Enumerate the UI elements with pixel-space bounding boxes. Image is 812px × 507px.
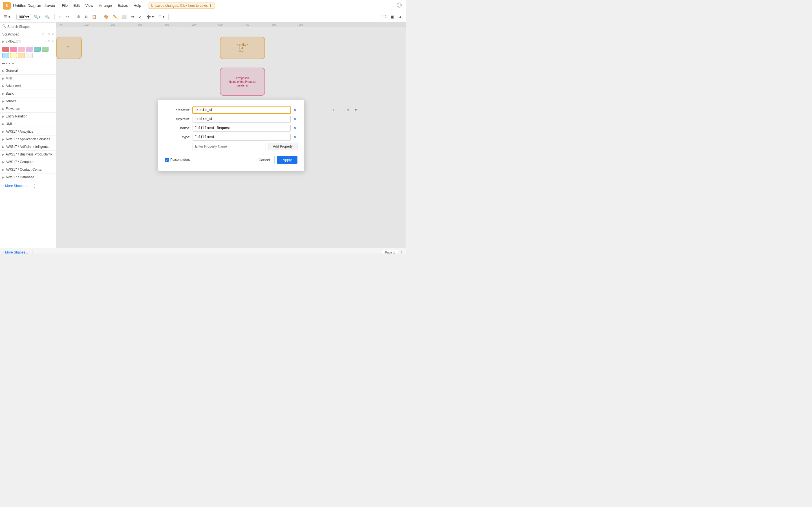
scratchpad-edit-icon[interactable]: ✎ (48, 33, 51, 36)
line-style-solid[interactable]: ─ (2, 61, 5, 66)
section-arrows[interactable]: ▶Arrows (0, 98, 56, 105)
line-style-none[interactable]: — (16, 61, 20, 66)
section-entity-relation[interactable]: ▶Entity Relation (0, 113, 56, 120)
property-row-type: type: ✕ (165, 134, 297, 140)
shape-btn[interactable]: ⬜ (120, 14, 128, 20)
section-aws17-app[interactable]: ▶AWS17 / Application Services (0, 135, 56, 143)
toolbar: ☰ ▾ 100% ▾ 🔍+ 🔍- ↩ ↪ 🗑 ⧉ 📋 🎨 ✏️ ⬜ ➡ ↙ ➕ … (0, 11, 406, 22)
section-aws17-database[interactable]: ▶AWS17 / Database (0, 173, 56, 181)
swatch-orange[interactable] (18, 53, 25, 58)
property-input-type[interactable] (193, 134, 291, 140)
titlebar: 8 Untitled Diagram.drawio File Edit View… (0, 0, 406, 11)
redo-btn[interactable]: ↪ (64, 14, 71, 20)
cancel-button[interactable]: Cancel (254, 156, 274, 164)
property-input-createAt[interactable] (193, 107, 291, 114)
toolbar-separator-4 (100, 14, 100, 20)
add-property-button[interactable]: Add Property (268, 143, 297, 150)
swatch-green[interactable] (42, 47, 49, 52)
property-delete-name[interactable]: ✕ (293, 126, 297, 130)
edit-properties-dialog: createAt: ✕ expireAt: ✕ name: ✕ (158, 100, 305, 171)
add-page-btn[interactable]: ＋ (399, 249, 404, 253)
property-delete-expireAt[interactable]: ✕ (293, 117, 297, 121)
property-delete-createAt[interactable]: ✕ (293, 108, 297, 112)
scratchpad-add-icon[interactable]: + (45, 33, 47, 36)
menu-extras[interactable]: Extras (115, 3, 130, 8)
file-row[interactable]: ▶ 8xflow.xml + ✎ × (0, 38, 56, 45)
property-input-expireAt[interactable] (193, 116, 291, 122)
zoom-out-btn[interactable]: 🔍- (43, 14, 52, 20)
fill-color-btn[interactable]: 🎨 (102, 14, 110, 20)
scratchpad-help-icon[interactable]: ? (42, 33, 44, 36)
waypoint-btn[interactable]: ↙ (137, 14, 144, 20)
more-shapes-link[interactable]: + More Shapes... (2, 184, 28, 188)
zoom-control[interactable]: 100% ▾ (16, 14, 31, 20)
canvas[interactable]: 0 100 200 300 400 500 600 700 800 900 E.… (56, 22, 406, 248)
main-layout: Scratchpad ? + ✎ × ▶ 8xflow.xml + ✎ × (0, 22, 406, 248)
search-input[interactable] (7, 25, 54, 29)
unsaved-banner[interactable]: Unsaved changes. Click here to save. ⬆ (148, 3, 215, 9)
sidebar-toggle-btn[interactable]: ☰ ▾ (2, 14, 12, 20)
dialog-footer: ✓ Placeholders Cancel Apply (165, 156, 297, 164)
swatch-blue[interactable] (2, 53, 9, 58)
line-color-btn[interactable]: ✏️ (111, 14, 119, 20)
scratchpad-row[interactable]: Scratchpad ? + ✎ × (0, 31, 56, 38)
property-delete-type[interactable]: ✕ (293, 135, 297, 139)
section-aws17-analytics[interactable]: ▶AWS17 / Analytics (0, 128, 56, 135)
swatch-yellow[interactable] (10, 53, 17, 58)
swatch-red[interactable] (2, 47, 9, 52)
swatch-lightpink[interactable] (18, 47, 25, 52)
more-dots-icon[interactable]: ⋮ (32, 183, 37, 188)
table-btn[interactable]: ⊞ ▾ (157, 14, 166, 20)
section-basic[interactable]: ▶Basic (0, 90, 56, 98)
toolbar-separator-1 (14, 14, 14, 20)
copy-btn[interactable]: ⧉ (83, 14, 89, 20)
delete-btn[interactable]: 🗑 (75, 14, 82, 20)
swatch-pink[interactable] (10, 47, 17, 52)
shape-sections: ▶General ▶Misc ▶Advanced ▶Basic ▶Arrows … (0, 67, 56, 181)
paste-btn[interactable]: 📋 (90, 14, 98, 20)
global-icon[interactable] (396, 2, 403, 9)
section-aws17-compute[interactable]: ▶AWS17 / Compute (0, 158, 56, 166)
menu-help[interactable]: Help (132, 3, 144, 8)
section-aws17-biz[interactable]: ▶AWS17 / Business Productivity (0, 151, 56, 158)
collapse-btn[interactable]: ▲ (397, 14, 404, 20)
bottom-pages: Page-1 ＋ (382, 249, 404, 253)
line-style-arrow[interactable]: → (11, 61, 15, 66)
menu-view[interactable]: View (83, 3, 96, 8)
swatch-outline[interactable] (26, 53, 33, 58)
section-aws17-ai[interactable]: ▶AWS17 / Artificial Intelligence (0, 143, 56, 151)
insert-btn[interactable]: ➕ ▾ (145, 14, 156, 20)
section-advanced[interactable]: ▶Advanced (0, 82, 56, 90)
file-edit-icon[interactable]: ✎ (48, 40, 51, 43)
zoom-in-btn[interactable]: 🔍+ (32, 14, 42, 20)
undo-btn[interactable]: ↩ (57, 14, 63, 20)
sidebar: Scratchpad ? + ✎ × ▶ 8xflow.xml + ✎ × (0, 22, 56, 248)
section-misc[interactable]: ▶Misc (0, 75, 56, 82)
swatch-teal[interactable] (34, 47, 41, 52)
section-uml[interactable]: ▶UML (0, 120, 56, 128)
placeholders-checkbox-row[interactable]: ✓ Placeholders (165, 158, 190, 162)
section-flowchart[interactable]: ▶Flowchart (0, 105, 56, 113)
bottom-more-shapes[interactable]: + More Shapes... (2, 250, 28, 254)
enter-property-input[interactable] (193, 143, 266, 150)
menu-file[interactable]: File (59, 3, 70, 8)
apply-button[interactable]: Apply (277, 156, 297, 164)
file-close-icon[interactable]: × (52, 40, 54, 43)
fullscreen-btn[interactable]: ⛶ (380, 14, 388, 20)
toolbar-separator-2 (54, 14, 55, 20)
swatch-mauve[interactable] (26, 47, 33, 52)
property-input-name[interactable] (193, 125, 291, 131)
section-general[interactable]: ▶General (0, 67, 56, 75)
page-tab-1[interactable]: Page-1 (382, 250, 398, 254)
panel-btn[interactable]: ▣ (389, 14, 396, 20)
search-box[interactable] (0, 22, 56, 31)
bottom-dots[interactable]: ⋮ (30, 249, 35, 253)
scratchpad-close-icon[interactable]: × (52, 33, 54, 36)
menu-edit[interactable]: Edit (71, 3, 82, 8)
line-style-dashed[interactable]: - - (6, 61, 10, 66)
connector-btn[interactable]: ➡ (130, 14, 136, 20)
menu-arrange[interactable]: Arrange (97, 3, 114, 8)
section-aws17-contact[interactable]: ▶AWS17 / Contact Center (0, 166, 56, 173)
bottombar-more: + More Shapes... ⋮ (0, 181, 56, 190)
file-add-icon[interactable]: + (45, 40, 47, 43)
